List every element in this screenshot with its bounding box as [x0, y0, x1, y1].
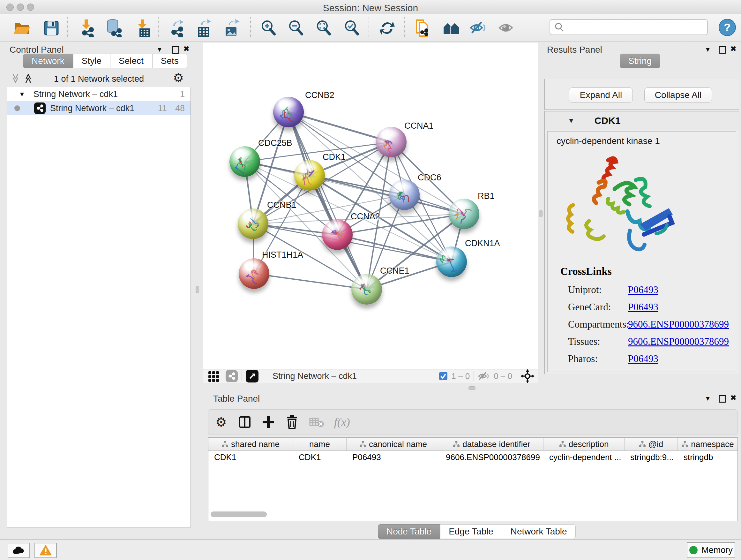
tab-string[interactable]: String [620, 54, 660, 68]
network-edge[interactable] [254, 273, 367, 289]
network-node-cdk1[interactable] [294, 160, 325, 191]
save-session-icon[interactable] [42, 19, 61, 37]
search-input[interactable] [567, 22, 707, 33]
export-image-icon[interactable] [222, 19, 241, 37]
expand-all-networks-icon[interactable]: ≫ [22, 73, 33, 83]
collapse-all-button[interactable]: Collapse All [644, 87, 712, 103]
cloud-status-button[interactable] [8, 543, 30, 558]
column-header[interactable]: canonical name [347, 438, 440, 450]
column-header[interactable]: name [293, 438, 347, 450]
column-header[interactable]: database identifier [440, 438, 543, 450]
table-horizontal-scrollbar[interactable] [211, 511, 267, 517]
network-node-ccna2[interactable] [322, 219, 353, 250]
tree-expander-icon[interactable]: ▼ [19, 91, 25, 98]
network-node-cdc6[interactable] [389, 179, 420, 210]
open-session-icon[interactable] [13, 19, 31, 37]
fit-content-icon[interactable] [315, 19, 333, 37]
network-node-cdc25b[interactable] [229, 146, 260, 177]
network-row-selected[interactable]: String Network – cdk1 11 48 [7, 101, 191, 115]
results-panel-float-icon[interactable] [719, 46, 726, 55]
expand-all-button[interactable]: Expand All [569, 87, 633, 103]
table-row[interactable]: CDK1 CDK1 P06493 9606.ENSP00000378699 cy… [208, 451, 738, 463]
protein-section-header[interactable]: ▼ CDK1 [545, 111, 739, 130]
table-options-gear-icon[interactable]: ⚙ [215, 415, 227, 429]
column-header[interactable]: description [543, 438, 624, 450]
protein-detail-box: cyclin-dependent kinase 1 [547, 131, 736, 372]
network-collection-row[interactable]: ▼ String Network – cdk1 1 [7, 87, 191, 101]
bottom-splitter-handle[interactable] [468, 386, 475, 390]
import-network-icon[interactable] [77, 19, 95, 37]
warnings-button[interactable] [35, 543, 57, 558]
export-network-icon[interactable] [167, 19, 186, 37]
tab-select[interactable]: Select [110, 54, 152, 68]
tab-node-table[interactable]: Node Table [378, 524, 440, 539]
pan-crosshair-icon[interactable] [521, 369, 535, 383]
delete-column-trash-icon[interactable] [286, 415, 298, 429]
network-node-rb1[interactable] [449, 199, 479, 229]
collapse-all-networks-icon[interactable]: ≫ [10, 73, 21, 83]
results-panel-close-icon[interactable]: ✖ [730, 45, 737, 53]
status-bar: Memory [0, 539, 741, 560]
crosslink-compartments-link[interactable]: 9606.ENSP00000378699 [628, 319, 729, 330]
network-options-gear-icon[interactable]: ⚙ [173, 71, 184, 85]
tab-network-table[interactable]: Network Table [502, 524, 576, 539]
memory-button[interactable]: Memory [687, 542, 735, 558]
create-column-plus-icon[interactable] [262, 416, 275, 428]
results-panel-collapse-icon[interactable]: ▼ [704, 45, 711, 54]
protein-expander-icon[interactable]: ▼ [568, 117, 575, 125]
export-table-icon[interactable] [195, 19, 213, 37]
network-node-hist1h1a[interactable] [239, 258, 269, 289]
refresh-view-icon[interactable] [378, 19, 396, 37]
tab-edge-table[interactable]: Edge Table [440, 524, 502, 539]
table-panel-float-icon[interactable] [719, 395, 726, 404]
control-panel-collapse-icon[interactable]: ▼ [156, 45, 163, 54]
right-splitter-handle[interactable] [539, 210, 542, 217]
network-edge[interactable] [337, 235, 452, 262]
node-gloss-highlight [243, 260, 263, 271]
crosslink-uniprot-link[interactable]: P06493 [628, 284, 658, 296]
help-button[interactable]: ? [719, 19, 736, 36]
network-node-ccna1[interactable] [376, 127, 407, 158]
window-title: Session: New Session [0, 3, 741, 13]
network-node-cdkn1a[interactable] [436, 246, 467, 277]
network-node-ccnb2[interactable] [273, 97, 304, 127]
column-header[interactable]: namespace [678, 438, 738, 450]
crosslink-tissues-link[interactable]: 9606.ENSP00000378699 [628, 336, 729, 348]
network-canvas[interactable]: CCNB2CCNA1CDC25BCDK1CDC6RB1CCNB1CCNA2CDK… [203, 42, 538, 369]
node-gloss-highlight [242, 210, 262, 221]
open-in-new-window-icon[interactable] [246, 370, 259, 382]
tab-sets[interactable]: Sets [152, 54, 187, 68]
crosslink-pharos-link[interactable]: P06493 [628, 353, 658, 365]
crosslink-label: Tissues: [568, 336, 600, 348]
table-panel-close-icon[interactable]: ✖ [730, 394, 737, 402]
clone-network-icon[interactable] [414, 19, 432, 37]
column-header[interactable]: shared name [208, 438, 293, 450]
import-database-icon[interactable] [105, 19, 123, 37]
tab-style[interactable]: Style [73, 54, 110, 68]
string-home-icon[interactable] [442, 19, 461, 37]
selected-checkbox-icon[interactable] [439, 371, 448, 381]
control-panel-close-icon[interactable]: ✖ [183, 45, 190, 53]
hide-selected-eye-icon[interactable] [469, 19, 488, 37]
birds-eye-grid-icon[interactable] [208, 370, 220, 382]
zoom-in-icon[interactable] [259, 19, 278, 37]
node-table[interactable]: shared name name canonical name database… [208, 437, 738, 521]
tab-network[interactable]: Network [23, 54, 73, 68]
crosslink-genecard-link[interactable]: P06493 [628, 301, 658, 313]
show-hidden-eye-icon[interactable] [497, 19, 516, 37]
column-header[interactable]: @id [624, 438, 678, 450]
show-columns-icon[interactable] [238, 415, 252, 429]
network-selection-status: 1 of 1 Network selected [38, 74, 159, 84]
zoom-out-icon[interactable] [287, 19, 306, 37]
network-edge[interactable] [288, 112, 367, 289]
search-box[interactable] [549, 19, 708, 35]
node-label-ccnb1: CCNB1 [267, 200, 296, 210]
zoom-selected-icon[interactable] [343, 19, 361, 37]
import-table-icon[interactable] [133, 19, 151, 37]
search-icon [554, 22, 565, 33]
string-panel-toggle-icon[interactable] [226, 370, 238, 382]
network-node-ccnb1[interactable] [238, 208, 268, 239]
network-node-ccne1[interactable] [351, 274, 382, 305]
left-splitter-handle[interactable] [196, 286, 199, 293]
table-panel-collapse-icon[interactable]: ▼ [704, 394, 711, 402]
